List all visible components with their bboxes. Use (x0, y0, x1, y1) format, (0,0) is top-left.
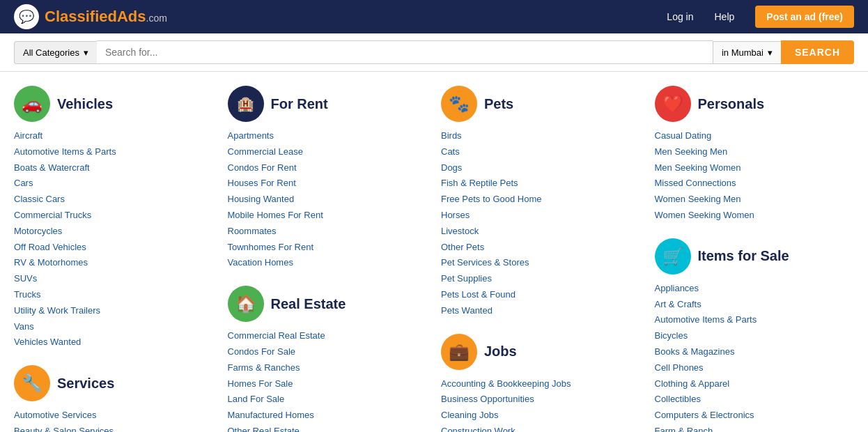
link-off-road[interactable]: Off Road Vehicles (14, 242, 86, 252)
list-item: Mobile Homes For Rent (228, 208, 428, 223)
link-utility-trailers[interactable]: Utility & Work Trailers (14, 305, 100, 316)
link-condos-sale[interactable]: Condos For Sale (228, 346, 296, 357)
link-construction-work[interactable]: Construction Work (441, 426, 516, 432)
link-bicycles[interactable]: Bicycles (655, 330, 688, 341)
search-bar: All Categories ▾ in Mumbai ▾ SEARCH (0, 33, 868, 72)
link-trucks[interactable]: Trucks (14, 289, 41, 300)
link-mobile-homes[interactable]: Mobile Homes For Rent (228, 210, 323, 220)
search-input[interactable] (97, 40, 713, 64)
link-clothing[interactable]: Clothing & Apparel (655, 378, 730, 389)
link-apartments[interactable]: Apartments (228, 130, 274, 141)
link-vans[interactable]: Vans (14, 321, 34, 332)
link-houses-rent[interactable]: Houses For Rent (228, 178, 296, 188)
help-link[interactable]: Help (715, 11, 735, 22)
link-pet-services[interactable]: Pet Services & Stores (441, 257, 529, 268)
jobs-section: 💼 Jobs Accounting & Bookkeeping Jobs Bus… (441, 334, 641, 432)
link-motorcycles[interactable]: Motorcycles (14, 226, 62, 236)
link-rv[interactable]: RV & Motorhomes (14, 257, 88, 268)
list-item: Casual Dating (655, 129, 855, 144)
post-ad-button[interactable]: Post an ad (free) (755, 6, 854, 28)
link-housing-wanted[interactable]: Housing Wanted (228, 194, 295, 204)
link-townhomes-rent[interactable]: Townhomes For Rent (228, 242, 314, 252)
search-button[interactable]: SEARCH (781, 40, 854, 64)
link-commercial-re[interactable]: Commercial Real Estate (228, 330, 325, 341)
link-accounting[interactable]: Accounting & Bookkeeping Jobs (441, 378, 571, 389)
link-men-men[interactable]: Men Seeking Men (655, 146, 728, 157)
link-art-crafts[interactable]: Art & Crafts (655, 299, 702, 309)
link-commercial-lease[interactable]: Commercial Lease (228, 146, 303, 157)
jobs-title: Jobs (484, 344, 517, 360)
list-item: Farms & Ranches (228, 361, 428, 376)
link-appliances[interactable]: Appliances (655, 283, 699, 293)
login-link[interactable]: Log in (667, 11, 693, 22)
list-item: Livestock (441, 224, 641, 239)
link-farm-ranch[interactable]: Farm & Ranch (655, 426, 713, 432)
link-computers[interactable]: Computers & Electronics (655, 410, 754, 420)
link-classic-cars[interactable]: Classic Cars (14, 194, 65, 204)
category-label: All Categories (23, 47, 79, 58)
link-aircraft[interactable]: Aircraft (14, 130, 42, 141)
link-homes-sale[interactable]: Homes For Sale (228, 378, 293, 389)
link-casual-dating[interactable]: Casual Dating (655, 130, 712, 141)
list-item: Condos For Sale (228, 345, 428, 360)
link-business-opp[interactable]: Business Opportunities (441, 394, 534, 404)
link-other-re[interactable]: Other Real Estate (228, 426, 300, 432)
list-item: Homes For Sale (228, 377, 428, 392)
list-item: Boats & Watercraft (14, 161, 214, 176)
link-cars[interactable]: Cars (14, 178, 33, 188)
link-women-men[interactable]: Women Seeking Men (655, 194, 741, 204)
list-item: Houses For Rent (228, 176, 428, 191)
link-fish-reptile[interactable]: Fish & Reptile Pets (441, 178, 518, 188)
link-farms-ranches[interactable]: Farms & Ranches (228, 362, 300, 373)
services-icon: 🔧 (14, 365, 50, 401)
link-land-sale[interactable]: Land For Sale (228, 394, 285, 404)
link-collectibles[interactable]: Collectibles (655, 394, 701, 404)
link-livestock[interactable]: Livestock (441, 226, 479, 236)
link-boats[interactable]: Boats & Watercraft (14, 162, 90, 173)
link-cats[interactable]: Cats (441, 146, 460, 157)
list-item: Collectibles (655, 392, 855, 407)
link-cleaning-jobs[interactable]: Cleaning Jobs (441, 410, 498, 420)
location-dropdown[interactable]: in Mumbai ▾ (713, 41, 781, 64)
link-pet-supplies[interactable]: Pet Supplies (441, 273, 492, 284)
real-estate-title: Real Estate (271, 296, 346, 312)
list-item: Business Opportunities (441, 392, 641, 407)
link-free-pets[interactable]: Free Pets to Good Home (441, 194, 542, 204)
link-men-women[interactable]: Men Seeking Women (655, 162, 741, 173)
jobs-icon: 💼 (441, 334, 477, 370)
link-beauty[interactable]: Beauty & Salon Services (14, 426, 114, 432)
link-other-pets[interactable]: Other Pets (441, 242, 484, 252)
link-vehicles-wanted[interactable]: Vehicles Wanted (14, 337, 81, 347)
link-dogs[interactable]: Dogs (441, 162, 462, 173)
link-books-magazines[interactable]: Books & Magazines (655, 346, 735, 357)
link-auto-services[interactable]: Automotive Services (14, 410, 97, 420)
list-item: Pets Lost & Found (441, 288, 641, 302)
link-suvs[interactable]: SUVs (14, 273, 37, 284)
link-horses[interactable]: Horses (441, 210, 470, 220)
link-roommates[interactable]: Roommates (228, 226, 277, 236)
list-item: Pet Supplies (441, 272, 641, 286)
list-item: Women Seeking Men (655, 192, 855, 207)
link-pets-lost[interactable]: Pets Lost & Found (441, 289, 516, 300)
pets-links: Birds Cats Dogs Fish & Reptile Pets Free… (441, 129, 641, 318)
list-item: Apartments (228, 129, 428, 144)
link-auto-parts[interactable]: Automotive Items & Parts (14, 146, 116, 157)
list-item: Dogs (441, 161, 641, 176)
link-pets-wanted[interactable]: Pets Wanted (441, 305, 493, 316)
link-commercial-trucks[interactable]: Commercial Trucks (14, 210, 91, 220)
link-condos-rent[interactable]: Condos For Rent (228, 162, 297, 173)
logo-classified: Classified (45, 8, 117, 25)
logo-text: ClassifiedAds.com (45, 8, 167, 26)
link-vacation-homes-rent[interactable]: Vacation Homes (228, 257, 293, 268)
link-auto-items[interactable]: Automotive Items & Parts (655, 314, 757, 325)
link-missed-connections[interactable]: Missed Connections (655, 178, 736, 188)
link-cell-phones[interactable]: Cell Phones (655, 362, 704, 373)
services-header: 🔧 Services (14, 365, 214, 401)
link-women-women[interactable]: Women Seeking Women (655, 210, 754, 220)
link-manufactured-homes[interactable]: Manufactured Homes (228, 410, 314, 420)
vehicles-links: Aircraft Automotive Items & Parts Boats … (14, 129, 214, 350)
category-dropdown[interactable]: All Categories ▾ (14, 41, 97, 64)
link-birds[interactable]: Birds (441, 130, 462, 141)
list-item: Townhomes For Rent (228, 240, 428, 255)
for-rent-links: Apartments Commercial Lease Condos For R… (228, 129, 428, 270)
